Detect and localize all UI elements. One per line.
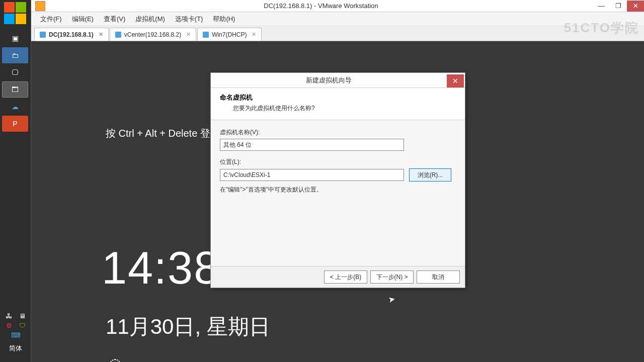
vmware-title: DC(192.168.8.1) - VMware Workstation bbox=[49, 2, 593, 10]
tab-close-icon[interactable]: ✕ bbox=[99, 31, 103, 38]
menu-file[interactable]: 文件(F) bbox=[35, 13, 67, 26]
next-button[interactable]: 下一步(N) > bbox=[370, 270, 414, 284]
wizard-hint: 在"编辑">"首选项"中可更改默认位置。 bbox=[220, 186, 456, 194]
browse-button[interactable]: 浏览(R)... bbox=[409, 168, 451, 182]
taskbar-app-powerpoint[interactable]: P bbox=[2, 116, 28, 132]
vm-location-input[interactable] bbox=[220, 169, 404, 181]
vm-icon bbox=[40, 32, 46, 38]
wizard-close-button[interactable]: ✕ bbox=[447, 74, 464, 87]
vm-name-label: 虚拟机名称(V): bbox=[220, 128, 456, 137]
cancel-button[interactable]: 取消 bbox=[417, 270, 460, 284]
taskbar-app-terminal[interactable]: ▣ bbox=[2, 30, 28, 46]
window-close-button[interactable]: ✕ bbox=[627, 1, 644, 12]
watermark: 51CTO学院 bbox=[564, 19, 639, 37]
vm-tab-label: Win7(DHCP) bbox=[212, 31, 247, 38]
vmware-titlebar: DC(192.168.8.1) - VMware Workstation — ❐… bbox=[31, 0, 644, 12]
vm-tab-dc[interactable]: DC(192.168.8.1) ✕ bbox=[34, 28, 109, 41]
vm-icon bbox=[115, 32, 121, 38]
wizard-header: 命名虚拟机 您要为此虚拟机使用什么名称? bbox=[211, 88, 465, 120]
vm-tab-label: DC(192.168.8.1) bbox=[49, 31, 94, 38]
menu-edit[interactable]: 编辑(E) bbox=[67, 13, 99, 26]
wizard-titlebar: 新建虚拟机向导 ✕ bbox=[211, 73, 465, 88]
menu-view[interactable]: 查看(V) bbox=[99, 13, 130, 26]
vm-tab-win7[interactable]: Win7(DHCP) ✕ bbox=[197, 28, 262, 41]
taskbar-app-cloud[interactable]: ☁ bbox=[2, 99, 28, 115]
menu-help[interactable]: 帮助(H) bbox=[208, 13, 240, 26]
loading-spinner-icon bbox=[110, 359, 121, 362]
lock-screen-date: 11月30日, 星期日 bbox=[106, 313, 270, 341]
window-maximize-button[interactable]: ❐ bbox=[610, 1, 627, 12]
window-minimize-button[interactable]: — bbox=[593, 1, 610, 12]
wizard-body: 虚拟机名称(V): 位置(L): 浏览(R)... 在"编辑">"首选项"中可更… bbox=[211, 120, 465, 266]
tab-close-icon[interactable]: ✕ bbox=[252, 31, 256, 38]
tab-close-icon[interactable]: ✕ bbox=[186, 31, 191, 38]
vmware-menubar: 文件(F) 编辑(E) 查看(V) 虚拟机(M) 选项卡(T) 帮助(H) 51… bbox=[31, 12, 644, 26]
wizard-footer: < 上一步(B) 下一步(N) > 取消 bbox=[211, 266, 465, 288]
menu-tabs[interactable]: 选项卡(T) bbox=[170, 13, 208, 26]
vm-icon bbox=[203, 32, 209, 38]
vm-tab-label: vCenter(192.168.8.2) bbox=[124, 31, 181, 38]
taskbar-app-explorer[interactable]: 🗀 bbox=[2, 47, 28, 63]
vm-tab-bar: DC(192.168.8.1) ✕ vCenter(192.168.8.2) ✕… bbox=[31, 26, 644, 41]
start-button[interactable] bbox=[4, 2, 26, 24]
tray-shield-icon[interactable]: 🛡 bbox=[19, 322, 26, 329]
wizard-title: 新建虚拟机向导 bbox=[211, 76, 447, 85]
wizard-step-subtitle: 您要为此虚拟机使用什么名称? bbox=[220, 104, 456, 113]
tray-keyboard-icon[interactable]: ⌨ bbox=[11, 331, 21, 339]
host-taskbar: ▣ 🗀 🖵 🗔 ☁ P 🖧 🖥 ⚙ 🛡 ⌨ 简体 bbox=[0, 0, 31, 362]
taskbar-app-vmware[interactable]: 🗔 bbox=[2, 81, 28, 98]
wizard-step-title: 命名虚拟机 bbox=[220, 93, 456, 102]
new-vm-wizard: 新建虚拟机向导 ✕ 命名虚拟机 您要为此虚拟机使用什么名称? 虚拟机名称(V):… bbox=[210, 72, 465, 288]
tray-settings-icon[interactable]: ⚙ bbox=[6, 322, 12, 329]
ime-language[interactable]: 简体 bbox=[3, 344, 28, 353]
vm-tab-vcenter[interactable]: vCenter(192.168.8.2) ✕ bbox=[110, 28, 196, 41]
tray-network-icon[interactable]: 🖧 bbox=[6, 312, 12, 320]
lock-screen-time: 14:38 bbox=[102, 242, 220, 294]
back-button[interactable]: < 上一步(B) bbox=[324, 270, 367, 284]
tray-monitor-icon[interactable]: 🖥 bbox=[19, 312, 26, 320]
vmware-icon bbox=[35, 1, 45, 11]
vm-name-input[interactable] bbox=[220, 139, 404, 151]
menu-vm[interactable]: 虚拟机(M) bbox=[130, 13, 170, 26]
vm-location-label: 位置(L): bbox=[220, 158, 456, 166]
taskbar-app-monitor[interactable]: 🖵 bbox=[2, 64, 28, 80]
